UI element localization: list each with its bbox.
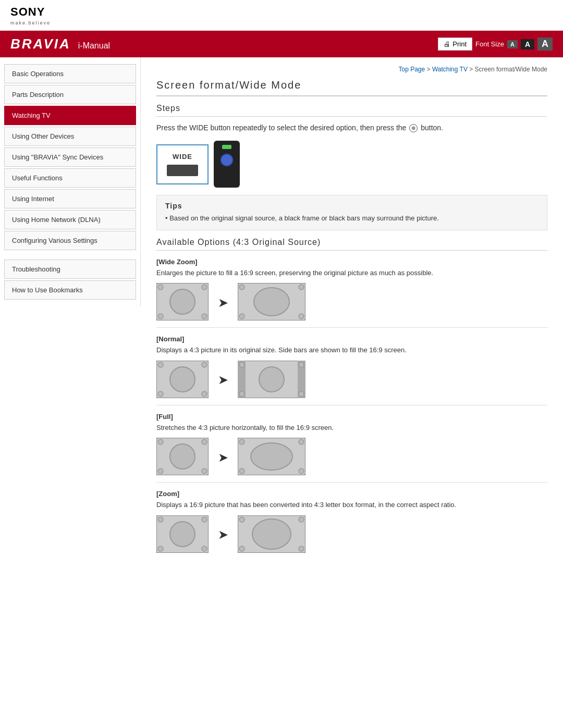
- sidebar-item-using-home-network[interactable]: Using Home Network (DLNA): [4, 210, 136, 229]
- svg-point-41: [202, 517, 207, 522]
- screen-to-full: [238, 438, 305, 477]
- sidebar: Basic OperationsParts DescriptionWatchin…: [0, 57, 141, 306]
- svg-point-23: [299, 362, 304, 367]
- font-size-label: Font Size: [475, 40, 504, 48]
- remote-green-led: [222, 145, 231, 149]
- svg-point-48: [239, 546, 244, 551]
- sidebar-item-how-to-bookmarks[interactable]: How to Use Bookmarks: [4, 280, 136, 300]
- nav-controls: 🖨 Print Font Size A A A: [438, 38, 553, 51]
- option-wide-zoom: [Wide Zoom]Enlarges the picture to fill …: [156, 258, 547, 328]
- main-layout: Basic OperationsParts DescriptionWatchin…: [0, 57, 563, 565]
- svg-point-29: [202, 439, 207, 445]
- svg-point-8: [239, 285, 244, 290]
- svg-point-13: [170, 367, 195, 392]
- svg-point-17: [202, 391, 207, 397]
- arrow-icon-normal: ➤: [218, 373, 228, 387]
- svg-point-47: [299, 517, 304, 522]
- svg-point-21: [259, 367, 284, 392]
- svg-point-14: [158, 362, 163, 367]
- main-content: Top Page > Watching TV > Screen format/W…: [141, 57, 563, 565]
- wide-label: WIDE: [173, 153, 192, 161]
- print-icon: 🖨: [444, 40, 450, 48]
- option-desc-normal: Displays a 4:3 picture in its original s…: [156, 345, 547, 355]
- svg-point-22: [239, 362, 244, 367]
- sidebar-item-watching-tv[interactable]: Watching TV: [4, 106, 136, 125]
- screen-from-wide-zoom: [156, 283, 209, 322]
- sidebar-item-useful-functions[interactable]: Useful Functions: [4, 168, 136, 188]
- circle-button-symbol: ⊕: [409, 124, 418, 132]
- screen-from-full: [156, 438, 209, 477]
- svg-point-35: [299, 439, 304, 445]
- option-desc-full: Stretches the 4:3 picture horizontally, …: [156, 423, 547, 433]
- sidebar-item-using-other-devices[interactable]: Using Other Devices: [4, 127, 136, 146]
- svg-point-4: [158, 314, 163, 319]
- svg-point-1: [170, 289, 195, 314]
- arrow-icon-zoom: ➤: [218, 527, 228, 542]
- screen-to-zoom: [238, 515, 305, 554]
- option-label-full: [Full]: [156, 413, 547, 421]
- screen-to-normal: [238, 361, 305, 400]
- svg-point-7: [254, 288, 289, 316]
- svg-point-46: [239, 517, 244, 522]
- bravia-logo: BRAVIA: [10, 36, 71, 52]
- svg-point-2: [158, 285, 163, 290]
- svg-point-16: [158, 391, 163, 397]
- available-options-heading: Available Options (4:3 Original Source): [156, 238, 547, 251]
- svg-point-49: [299, 546, 304, 551]
- screen-from-zoom: [156, 515, 209, 554]
- arrow-icon-wide-zoom: ➤: [218, 295, 228, 310]
- sidebar-item-basic-operations[interactable]: Basic Operations: [4, 64, 136, 83]
- screen-diagram-wide-zoom: ➤: [156, 283, 547, 322]
- steps-heading: Steps: [156, 104, 547, 117]
- page-title: Screen format/Wide Mode: [156, 79, 547, 96]
- svg-point-30: [158, 468, 163, 474]
- screen-diagram-normal: ➤: [156, 361, 547, 400]
- svg-point-40: [158, 517, 163, 522]
- tips-box: Tips Based on the original signal source…: [156, 195, 547, 230]
- sidebar-item-troubleshooting[interactable]: Troubleshooting: [4, 260, 136, 279]
- font-large-button[interactable]: A: [537, 38, 553, 51]
- nav-brand: BRAVIA i-Manual: [10, 36, 110, 52]
- print-button[interactable]: 🖨 Print: [438, 38, 472, 51]
- steps-description: Press the WIDE button repeatedly to sele…: [156, 122, 547, 133]
- font-small-button[interactable]: A: [507, 40, 518, 48]
- sidebar-item-using-bravia-sync[interactable]: Using "BRAVIA" Sync Devices: [4, 147, 136, 167]
- svg-point-28: [158, 439, 163, 445]
- svg-point-11: [299, 314, 304, 319]
- sidebar-item-using-internet[interactable]: Using Internet: [4, 189, 136, 208]
- svg-point-42: [158, 546, 163, 551]
- print-label: Print: [452, 40, 467, 48]
- option-label-normal: [Normal]: [156, 335, 547, 343]
- option-label-zoom: [Zoom]: [156, 490, 547, 498]
- option-label-wide-zoom: [Wide Zoom]: [156, 258, 547, 266]
- svg-point-5: [202, 314, 207, 319]
- option-desc-zoom: Displays a 16:9 picture that has been co…: [156, 500, 547, 510]
- remote-circle-pad: [221, 154, 233, 166]
- svg-point-37: [299, 468, 304, 474]
- sony-tagline: make.believe: [10, 20, 51, 26]
- option-zoom: [Zoom]Displays a 16:9 picture that has b…: [156, 490, 547, 554]
- imanual-label: i-Manual: [78, 41, 110, 51]
- tips-item: Based on the original signal source, a b…: [165, 213, 538, 224]
- tips-title: Tips: [165, 202, 538, 210]
- wide-button-rect: [167, 165, 198, 176]
- svg-point-24: [239, 391, 244, 397]
- breadcrumb: Top Page > Watching TV > Screen format/W…: [156, 66, 547, 73]
- svg-point-33: [251, 443, 292, 470]
- remote-image: [214, 141, 240, 188]
- breadcrumb-watching-tv[interactable]: Watching TV: [432, 66, 468, 73]
- breadcrumb-current: Screen format/Wide Mode: [475, 66, 547, 73]
- breadcrumb-top-page[interactable]: Top Page: [398, 66, 425, 73]
- options-container: [Wide Zoom]Enlarges the picture to fill …: [156, 258, 547, 554]
- svg-point-31: [202, 468, 207, 474]
- wide-box: WIDE: [156, 144, 209, 184]
- arrow-icon-full: ➤: [218, 450, 228, 465]
- svg-point-3: [202, 285, 207, 290]
- sidebar-item-parts-description[interactable]: Parts Description: [4, 85, 136, 104]
- svg-point-39: [170, 522, 195, 547]
- wide-illustration: WIDE: [156, 141, 547, 188]
- option-full: [Full]Stretches the 4:3 picture horizont…: [156, 413, 547, 483]
- font-medium-button[interactable]: A: [521, 39, 534, 50]
- sidebar-item-configuring-settings[interactable]: Configuring Various Settings: [4, 231, 136, 250]
- svg-point-36: [239, 468, 244, 474]
